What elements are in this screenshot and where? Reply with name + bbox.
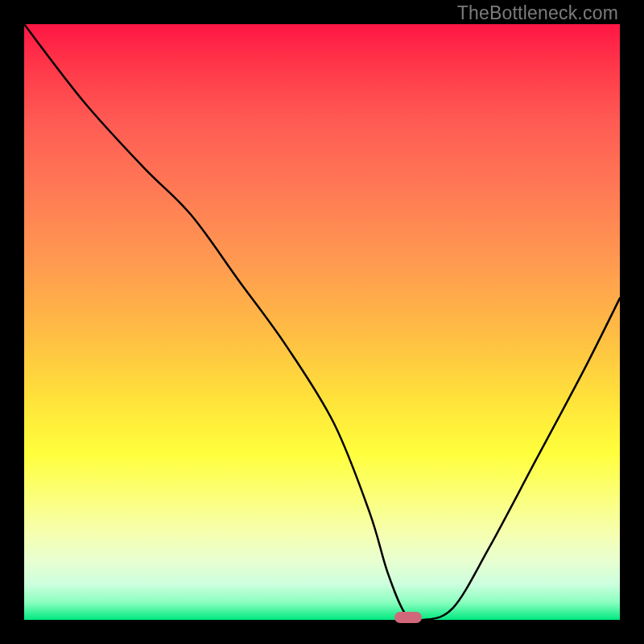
chart-frame: TheBottleneck.com <box>0 0 644 644</box>
bottleneck-curve <box>24 24 620 620</box>
plot-area <box>24 24 620 620</box>
watermark-text: TheBottleneck.com <box>457 2 618 24</box>
optimal-marker <box>394 612 422 624</box>
